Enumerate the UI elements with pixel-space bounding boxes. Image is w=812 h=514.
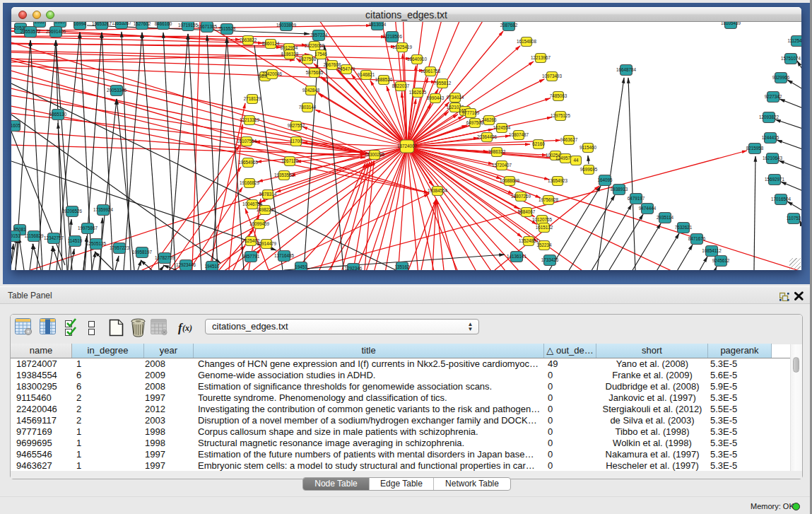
svg-text:9734024: 9734024: [447, 95, 464, 100]
svg-text:7803144: 7803144: [299, 105, 317, 110]
svg-text:15751074: 15751074: [781, 56, 801, 61]
svg-text:1615132: 1615132: [536, 225, 553, 230]
svg-text:15720407: 15720407: [492, 163, 512, 168]
svg-text:18724007: 18724007: [397, 144, 418, 148]
svg-text:17546: 17546: [314, 52, 327, 57]
svg-text:2935114: 2935114: [657, 215, 674, 220]
svg-text:9227342: 9227342: [765, 94, 782, 99]
svg-text:7955812: 7955812: [434, 81, 452, 86]
svg-text:9245612: 9245612: [712, 258, 730, 263]
svg-text:10958197: 10958197: [132, 250, 153, 255]
svg-text:11125419: 11125419: [787, 38, 801, 43]
svg-text:8813014: 8813014: [369, 22, 387, 27]
svg-text:20553572: 20553572: [20, 29, 41, 34]
svg-text:12218506: 12218506: [382, 34, 403, 39]
svg-text:16033809: 16033809: [276, 23, 297, 28]
svg-text:19756928: 19756928: [539, 197, 559, 202]
svg-text:7632621: 7632621: [675, 225, 693, 230]
svg-text:2087682: 2087682: [500, 23, 518, 28]
svg-text:10719155: 10719155: [178, 23, 199, 28]
svg-text:9329966: 9329966: [772, 75, 790, 80]
svg-text:9146821: 9146821: [358, 72, 375, 77]
svg-text:114519: 114519: [68, 238, 83, 243]
svg-text:19166829: 19166829: [240, 180, 260, 185]
svg-text:7663822: 7663822: [240, 37, 257, 42]
svg-text:12975125: 12975125: [551, 113, 571, 118]
svg-text:5878314: 5878314: [259, 192, 277, 197]
svg-text:20691406: 20691406: [46, 29, 66, 34]
svg-text:13325419: 13325419: [392, 45, 413, 49]
svg-text:8471676: 8471676: [688, 236, 706, 241]
svg-text:13716485: 13716485: [274, 253, 295, 258]
svg-text:9115460: 9115460: [579, 145, 597, 150]
svg-text:13654923: 13654923: [548, 178, 568, 183]
svg-text:9827508: 9827508: [299, 57, 317, 62]
svg-text:10046736: 10046736: [242, 201, 263, 206]
svg-text:7515528: 7515528: [218, 26, 236, 31]
svg-text:1292346: 1292346: [345, 266, 363, 270]
svg-text:39153: 39153: [11, 233, 20, 238]
svg-text:8215958: 8215958: [746, 146, 764, 151]
svg-text:20206526: 20206526: [62, 209, 83, 214]
svg-text:19975867: 19975867: [78, 226, 98, 230]
svg-text:17359924: 17359924: [93, 207, 114, 212]
svg-text:(x): (x): [182, 323, 192, 333]
svg-text:16914479: 16914479: [257, 241, 277, 246]
svg-text:9474444: 9474444: [639, 206, 657, 211]
svg-text:1733426: 1733426: [541, 257, 559, 262]
svg-text:16107554: 16107554: [237, 139, 257, 144]
svg-text:10854112: 10854112: [702, 248, 722, 253]
svg-text:18807269: 18807269: [511, 194, 531, 199]
svg-text:62160: 62160: [532, 141, 545, 146]
svg-text:10688609: 10688609: [500, 178, 520, 183]
svg-text:5875685: 5875685: [306, 70, 324, 75]
svg-text:9777169: 9777169: [462, 110, 480, 115]
svg-text:23420046: 23420046: [262, 71, 283, 76]
svg-text:2069: 2069: [55, 22, 66, 24]
svg-text:6479197: 6479197: [628, 196, 645, 201]
svg-text:10120765: 10120765: [532, 217, 553, 222]
svg-text:12342757: 12342757: [44, 235, 64, 240]
svg-text:15692971: 15692971: [765, 177, 785, 182]
svg-text:7986322: 7986322: [488, 149, 506, 154]
svg-text:9457791: 9457791: [242, 254, 260, 259]
svg-text:352234: 352234: [536, 243, 552, 247]
svg-text:3267110: 3267110: [281, 158, 299, 163]
svg-text:81605: 81605: [11, 123, 20, 128]
svg-text:8186328: 8186328: [281, 52, 299, 57]
svg-text:17957223: 17957223: [110, 245, 130, 250]
svg-text:1244415: 1244415: [762, 135, 779, 140]
svg-text:12093822: 12093822: [759, 115, 779, 119]
svg-text:8860124: 8860124: [262, 41, 280, 46]
svg-text:16099459: 16099459: [249, 221, 270, 226]
svg-text:194510: 194510: [204, 264, 220, 269]
svg-text:9242848: 9242848: [302, 88, 320, 93]
svg-text:23226058: 23226058: [305, 43, 325, 48]
svg-text:10653267: 10653267: [92, 22, 112, 26]
svg-text:12923446: 12923446: [176, 262, 196, 267]
svg-text:8990443: 8990443: [427, 95, 445, 100]
svg-text:14136141: 14136141: [507, 254, 527, 259]
svg-text:1624554: 1624554: [493, 125, 511, 130]
svg-text:9827552: 9827552: [288, 123, 305, 128]
svg-text:8822037: 8822037: [392, 83, 410, 88]
svg-text:20364436: 20364436: [477, 134, 498, 139]
svg-text:16154808: 16154808: [517, 39, 537, 44]
svg-text:1865130: 1865130: [49, 112, 67, 117]
svg-text:7857224: 7857224: [310, 33, 328, 37]
svg-text:19353563: 19353563: [274, 173, 295, 177]
svg-text:110753: 110753: [787, 216, 801, 221]
svg-text:16961758: 16961758: [420, 69, 441, 74]
svg-text:12213319: 12213319: [240, 117, 260, 122]
svg-text:18640910: 18640910: [407, 57, 428, 62]
svg-text:2718129: 2718129: [244, 96, 261, 101]
svg-text:11700: 11700: [290, 139, 302, 144]
svg-text:1498222: 1498222: [257, 207, 274, 212]
svg-text:1362615: 1362615: [409, 90, 427, 95]
svg-text:19451: 19451: [295, 264, 307, 269]
svg-text:8454749: 8454749: [338, 66, 355, 71]
svg-text:12213967: 12213967: [531, 55, 551, 60]
svg-text:44: 44: [573, 158, 579, 163]
svg-text:8938913: 8938913: [611, 187, 628, 192]
svg-text:19384554: 19384554: [428, 188, 448, 193]
